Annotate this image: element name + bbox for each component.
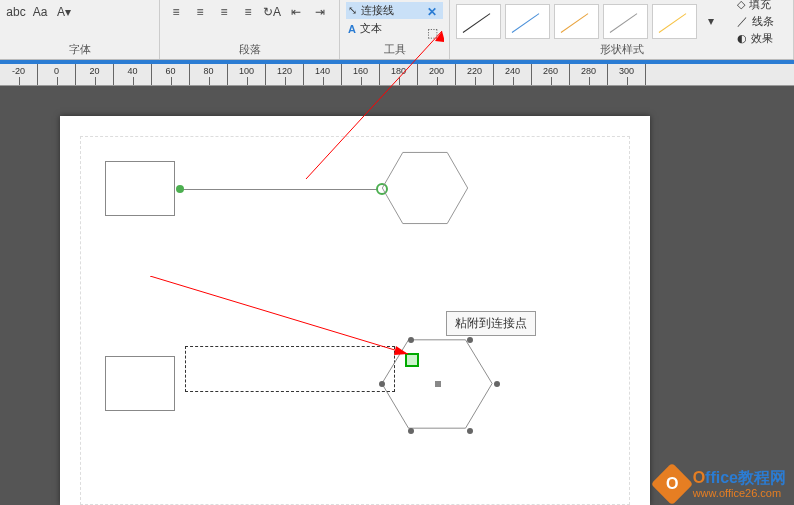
close-x-icon[interactable]: ✕	[422, 2, 442, 22]
drag-selection-box	[185, 346, 395, 392]
svg-marker-0	[382, 152, 467, 223]
shape-handle[interactable]	[494, 381, 500, 387]
style-preset-1[interactable]	[456, 4, 501, 39]
shape-center-handle[interactable]	[435, 381, 441, 387]
paragraph-group-label: 段落	[166, 40, 333, 59]
indent-decrease-icon[interactable]: ⇤	[286, 2, 306, 22]
gallery-more-icon[interactable]: ▾	[701, 11, 721, 31]
align-left-icon[interactable]: ≡	[166, 2, 186, 22]
ribbon-group-font: abc Aa A▾ 字体	[0, 0, 160, 59]
ribbon-group-style: ▾ ◇ 填充 ／ 线条 ◐ 效果 形状样式	[450, 0, 794, 59]
font-color-icon[interactable]: A▾	[54, 2, 74, 22]
line-button[interactable]: ／ 线条	[737, 14, 774, 29]
ruler-mark: 100	[228, 64, 266, 85]
ribbon-group-tools: ⤡ 连接线 A 文本 ✕ ⬚ 工具	[340, 0, 450, 59]
hexagon-shape-1[interactable]	[380, 148, 470, 228]
text-label: 文本	[360, 21, 382, 36]
ruler-mark: 40	[114, 64, 152, 85]
ruler-mark: 140	[304, 64, 342, 85]
shape-handle[interactable]	[408, 428, 414, 434]
line-icon: ／	[737, 14, 748, 29]
ribbon: abc Aa A▾ 字体 ≡ ≡ ≡ ≡ ↻A ⇤ ⇥ 段落 ⤡ 连接线 A 文…	[0, 0, 794, 60]
watermark-url: www.office26.com	[693, 487, 786, 499]
ruler-mark: 260	[532, 64, 570, 85]
snap-connection-point[interactable]	[405, 353, 419, 367]
watermark: O Office教程网 www.office26.com	[657, 469, 786, 499]
shape-handle[interactable]	[467, 337, 473, 343]
style-preset-2[interactable]	[505, 4, 550, 39]
style-preset-4[interactable]	[603, 4, 648, 39]
shape-handle[interactable]	[408, 337, 414, 343]
connection-endpoint-start[interactable]	[176, 185, 184, 193]
font-group-label: 字体	[6, 40, 153, 59]
ruler-mark: 300	[608, 64, 646, 85]
align-right-icon[interactable]: ≡	[214, 2, 234, 22]
ruler-mark: 20	[76, 64, 114, 85]
fill-icon: ◇	[737, 0, 745, 11]
shape-handle[interactable]	[467, 428, 473, 434]
style-preset-5[interactable]	[652, 4, 697, 39]
rectangle-shape-1[interactable]	[105, 161, 175, 216]
style-group-label: 形状样式	[456, 40, 787, 59]
fill-button[interactable]: ◇ 填充	[737, 0, 774, 12]
text-icon: A	[348, 23, 356, 35]
ruler-mark: 200	[418, 64, 456, 85]
watermark-title: Office教程网	[693, 469, 786, 487]
ruler-mark: 220	[456, 64, 494, 85]
ruler-mark: 120	[266, 64, 304, 85]
page[interactable]: 粘附到连接点	[60, 116, 650, 505]
style-gallery[interactable]: ▾	[456, 4, 721, 39]
watermark-badge: O	[650, 463, 692, 505]
format-abc-icon[interactable]: abc	[6, 2, 26, 22]
fill-label: 填充	[749, 0, 771, 12]
ruler-mark: 240	[494, 64, 532, 85]
indent-increase-icon[interactable]: ⇥	[310, 2, 330, 22]
shape-handle[interactable]	[379, 381, 385, 387]
canvas-area[interactable]: 粘附到连接点	[0, 86, 794, 505]
horizontal-ruler[interactable]: -200204060801001201401601802002202402602…	[0, 64, 794, 86]
connector-line-1[interactable]	[180, 189, 380, 190]
ruler-mark: 80	[190, 64, 228, 85]
rotate-text-icon[interactable]: ↻A	[262, 2, 282, 22]
ruler-mark: -20	[0, 64, 38, 85]
ruler-mark: 60	[152, 64, 190, 85]
ruler-mark: 0	[38, 64, 76, 85]
align-center-icon[interactable]: ≡	[190, 2, 210, 22]
connector-icon: ⤡	[348, 4, 357, 17]
line-label: 线条	[752, 14, 774, 29]
font-size-icon[interactable]: Aa	[30, 2, 50, 22]
rectangle-shape-2[interactable]	[105, 356, 175, 411]
style-preset-3[interactable]	[554, 4, 599, 39]
ribbon-group-paragraph: ≡ ≡ ≡ ≡ ↻A ⇤ ⇥ 段落	[160, 0, 340, 59]
ruler-mark: 280	[570, 64, 608, 85]
connector-label: 连接线	[361, 3, 394, 18]
snap-tooltip: 粘附到连接点	[446, 311, 536, 336]
align-justify-icon[interactable]: ≡	[238, 2, 258, 22]
ruler-mark: 180	[380, 64, 418, 85]
corner-icon[interactable]: ⬚	[422, 23, 442, 43]
ruler-mark: 160	[342, 64, 380, 85]
